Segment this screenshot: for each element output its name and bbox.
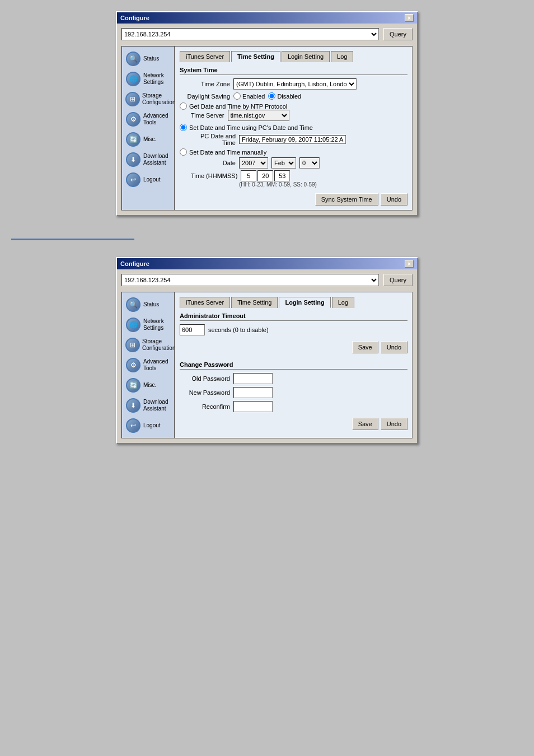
- title-bar-1: Configure ×: [117, 12, 417, 24]
- new-password-input[interactable]: [233, 387, 273, 398]
- timezone-select[interactable]: (GMT) Dublin, Edinburgh, Lisbon, London: [233, 78, 357, 90]
- logout-icon-1: ↩: [126, 172, 140, 187]
- old-password-input[interactable]: [233, 373, 273, 384]
- address-select-2[interactable]: 192.168.123.254: [121, 274, 379, 286]
- query-button-2[interactable]: Query: [383, 274, 413, 286]
- undo-button-2b[interactable]: Undo: [381, 418, 407, 430]
- sidebar-label-advanced-1: AdvancedTools: [143, 113, 168, 126]
- ntp-radio-label[interactable]: Get Date and Time by NTP Protocol: [180, 102, 407, 110]
- manual-radio[interactable]: [180, 148, 187, 156]
- pc-datetime-row: PC Date andTime Friday, February 09, 200…: [191, 133, 407, 146]
- time-section: System Time Time Zone (GMT) Dublin, Edin…: [180, 67, 407, 206]
- sidebar-item-download-1[interactable]: ⬇ DownloadAssistant: [122, 150, 174, 170]
- sidebar-item-network-2[interactable]: 🌐 NetworkSettings: [122, 315, 174, 335]
- sidebar-2: 🔍 Status 🌐 NetworkSettings ⊞ StorageConf…: [121, 292, 175, 438]
- sidebar-item-logout-1[interactable]: ↩ Logout: [122, 170, 174, 190]
- manual-radio-label[interactable]: Set Date and Time manually: [180, 148, 407, 156]
- main-panel-2: iTunes Server Time Setting Login Setting…: [175, 292, 413, 438]
- window-title-2: Configure: [120, 260, 149, 267]
- tab-time-setting-1[interactable]: Time Setting: [231, 51, 280, 62]
- sidebar-item-storage-2[interactable]: ⊞ StorageConfiguration: [122, 335, 174, 355]
- pc-time-section: Set Date and Time using PC's Date and Ti…: [180, 124, 407, 146]
- tab-itunes-server-2[interactable]: iTunes Server: [180, 297, 230, 308]
- misc-icon-1: 🔄: [126, 132, 140, 147]
- ntp-radio[interactable]: [180, 102, 187, 110]
- pc-datetime-label: PC Date andTime: [191, 133, 236, 146]
- new-password-row: New Password: [180, 387, 407, 398]
- month-select[interactable]: Feb: [271, 157, 296, 169]
- title-bar-2: Configure ×: [117, 258, 417, 269]
- network-icon-1: 🌐: [126, 72, 140, 86]
- close-button-2[interactable]: ×: [405, 260, 414, 268]
- time-mm-input[interactable]: [257, 170, 273, 181]
- new-password-label: New Password: [180, 389, 230, 396]
- time-label: Time (HHMMSS): [191, 172, 237, 179]
- sidebar-item-logout-2[interactable]: ↩ Logout: [122, 416, 174, 436]
- sidebar-label-download-2: DownloadAssistant: [143, 399, 168, 412]
- sidebar-label-misc-1: Misc.: [143, 136, 156, 143]
- section-title-1: System Time: [180, 67, 407, 75]
- pc-time-radio[interactable]: [180, 124, 187, 131]
- advanced-icon-2: ⚙: [126, 358, 140, 372]
- logout-icon-2: ↩: [126, 418, 140, 433]
- sidebar-item-status-2[interactable]: 🔍 Status: [122, 295, 174, 315]
- sidebar-item-advanced-2[interactable]: ⚙ AdvancedTools: [122, 355, 174, 375]
- sidebar-label-storage-2: StorageConfiguration: [142, 338, 175, 352]
- undo-button-2a[interactable]: Undo: [381, 341, 407, 353]
- time-row: Time (HHMMSS): [191, 170, 407, 181]
- daylight-disabled-radio[interactable]: Disabled: [268, 92, 301, 100]
- advanced-icon-1: ⚙: [126, 112, 140, 127]
- pc-datetime-value: Friday, February 09, 2007 11:05:22 A: [239, 135, 346, 144]
- daylight-enabled-radio[interactable]: Enabled: [233, 92, 265, 100]
- time-hh-input[interactable]: [241, 170, 256, 181]
- tab-log-2[interactable]: Log: [332, 297, 354, 308]
- misc-icon-2: 🔄: [126, 378, 140, 393]
- time-hint: (HH: 0-23, MM: 0-59, SS: 0-59): [239, 181, 407, 188]
- configure-window-1: Configure × 192.168.123.254 Query 🔍 Stat…: [116, 11, 418, 216]
- tab-login-setting-1[interactable]: Login Setting: [282, 51, 330, 62]
- sidebar-item-status-1[interactable]: 🔍 Status: [122, 49, 174, 69]
- sidebar-label-download-1: DownloadAssistant: [143, 153, 168, 166]
- main-panel-1: iTunes Server Time Setting Login Setting…: [175, 46, 413, 211]
- button-row-2a: Save Undo: [180, 341, 407, 353]
- close-button-1[interactable]: ×: [405, 14, 414, 22]
- sidebar-item-advanced-1[interactable]: ⚙ AdvancedTools: [122, 109, 174, 129]
- sidebar-item-storage-1[interactable]: ⊞ StorageConfiguration: [122, 89, 174, 109]
- sidebar-item-download-2[interactable]: ⬇ DownloadAssistant: [122, 395, 174, 416]
- time-inputs: [241, 170, 290, 181]
- sidebar-label-misc-2: Misc.: [143, 382, 156, 389]
- tab-time-setting-2[interactable]: Time Setting: [231, 297, 278, 308]
- save-button-1[interactable]: Save: [352, 341, 378, 353]
- old-password-row: Old Password: [180, 373, 407, 384]
- time-ss-input[interactable]: [274, 170, 290, 181]
- tab-itunes-server-1[interactable]: iTunes Server: [180, 51, 230, 62]
- sidebar-item-network-1[interactable]: 🌐 NetworkSettings: [122, 69, 174, 89]
- save-button-2[interactable]: Save: [352, 418, 378, 430]
- daylight-disabled-text: Disabled: [277, 93, 301, 100]
- year-select[interactable]: 2007: [239, 157, 268, 169]
- timeout-input[interactable]: [180, 324, 205, 335]
- day-select[interactable]: 0: [299, 157, 320, 169]
- address-select-1[interactable]: 192.168.123.254: [121, 28, 379, 40]
- sidebar-item-misc-1[interactable]: 🔄 Misc.: [122, 129, 174, 150]
- daylight-enabled-input[interactable]: [233, 92, 241, 100]
- sync-button[interactable]: Sync System Time: [315, 193, 378, 206]
- storage-icon-1: ⊞: [125, 92, 140, 106]
- ntp-text: Get Date and Time by NTP Protocol: [189, 103, 287, 110]
- tab-login-setting-2[interactable]: Login Setting: [279, 297, 330, 308]
- status-icon-1: 🔍: [126, 52, 140, 66]
- tab-bar-2: iTunes Server Time Setting Login Setting…: [180, 297, 407, 308]
- reconfirm-input[interactable]: [233, 401, 273, 412]
- time-server-select[interactable]: time.nist.gov: [228, 110, 289, 121]
- daylight-row: Daylight Saving Enabled Disabled: [180, 92, 407, 100]
- query-button-1[interactable]: Query: [383, 28, 413, 40]
- ntp-section: Get Date and Time by NTP Protocol Time S…: [180, 102, 407, 121]
- undo-button-1[interactable]: Undo: [381, 193, 407, 206]
- sidebar-item-misc-2[interactable]: 🔄 Misc.: [122, 375, 174, 395]
- password-section-title: Change Password: [180, 361, 407, 370]
- daylight-disabled-input[interactable]: [268, 92, 275, 100]
- time-server-label: Time Server: [191, 112, 224, 119]
- network-icon-2: 🌐: [126, 318, 140, 332]
- tab-log-1[interactable]: Log: [331, 51, 353, 62]
- pc-time-radio-label[interactable]: Set Date and Time using PC's Date and Ti…: [180, 124, 407, 131]
